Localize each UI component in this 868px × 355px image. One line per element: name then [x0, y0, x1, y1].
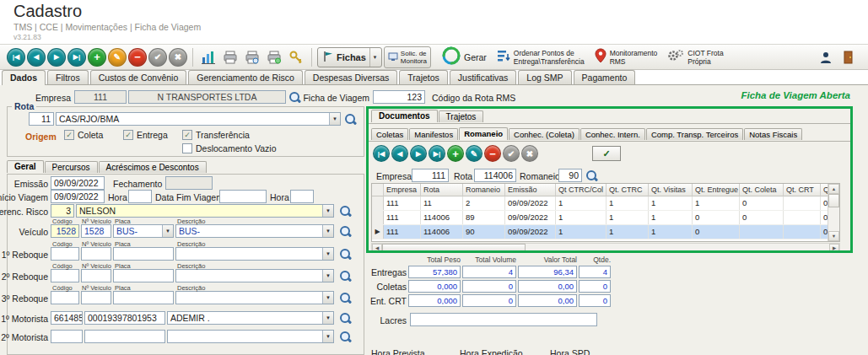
subtab-comp-transp-terceiros[interactable]: Comp. Transp. Terceiros: [646, 128, 743, 140]
reboque2-descricao-combo[interactable]: [175, 269, 334, 282]
grid-column-header[interactable]: Qt. Visitas: [649, 184, 693, 196]
doc-delete-button[interactable]: −: [484, 145, 501, 162]
doc-last-record-button[interactable]: ▶|: [429, 145, 445, 162]
motorista1-codigo-field[interactable]: 661485: [51, 311, 83, 325]
tab-log-smp[interactable]: Log SMP: [518, 70, 571, 84]
dropdown-icon[interactable]: [322, 225, 333, 237]
scroll-up-icon[interactable]: [828, 184, 839, 194]
scroll-thumb[interactable]: [828, 194, 839, 207]
tab-pagamento[interactable]: Pagamento: [574, 70, 636, 84]
tab-justificativas[interactable]: Justificativas: [450, 70, 517, 84]
emissao-field[interactable]: 09/09/2022: [51, 176, 105, 190]
delete-button[interactable]: −: [128, 48, 147, 67]
grid-column-header[interactable]: Rota: [421, 184, 463, 196]
tab-custos-convenio[interactable]: Custos de Convênio: [90, 70, 187, 84]
dropdown-icon[interactable]: [322, 292, 333, 304]
table-row[interactable]: ▶1111140069009/09/202211100: [372, 225, 840, 239]
doc-cancel-button[interactable]: ✖: [521, 145, 538, 162]
reboque2-search-icon[interactable]: [339, 270, 351, 282]
tab-despesas-diversas[interactable]: Despesas Diversas: [305, 70, 397, 84]
motorista2-combo[interactable]: [167, 330, 334, 343]
motorista1-doc-field[interactable]: 00019397801953: [84, 311, 165, 325]
dropdown-icon[interactable]: [322, 312, 333, 324]
subtab-conhec-intern[interactable]: Conhec. Intern.: [580, 128, 645, 140]
veiculo-descricao-combo[interactable]: BUS-: [175, 224, 334, 238]
reboque1-descricao-combo[interactable]: [175, 247, 334, 261]
subtab-manifestos[interactable]: Manifestos: [409, 128, 458, 140]
subtab-conhec-coleta[interactable]: Conhec. (Coleta): [509, 128, 580, 140]
tab-documentos[interactable]: Documentos: [371, 110, 438, 122]
table-row[interactable]: 1111140068909/09/2022111000: [372, 211, 840, 225]
doc-edit-button[interactable]: ✎: [466, 145, 483, 162]
rota-combo[interactable]: CAS/RJO/BMA: [56, 112, 341, 126]
edit-button[interactable]: ✎: [108, 48, 127, 67]
dropdown-icon[interactable]: [322, 205, 333, 217]
tab-geral[interactable]: Geral: [7, 160, 44, 173]
tab-percursos[interactable]: Percursos: [45, 161, 98, 173]
checkbox-deslocamento-vazio[interactable]: Deslocamento Vazio: [182, 143, 277, 153]
checkbox-entrega[interactable]: Entrega: [123, 130, 168, 140]
dropdown-icon[interactable]: [329, 113, 340, 125]
doc-add-button[interactable]: +: [447, 145, 464, 162]
ficha-viagem-field[interactable]: 123: [373, 90, 425, 104]
rota-search-icon[interactable]: [344, 113, 356, 125]
doc-first-record-button[interactable]: |◀: [373, 145, 390, 162]
motorista2-doc-field[interactable]: [84, 330, 165, 343]
subtab-notas-fiscais[interactable]: Notas Fiscais: [744, 128, 802, 140]
add-button[interactable]: +: [88, 48, 106, 67]
reboque3-search-icon[interactable]: [339, 292, 351, 304]
previous-record-button[interactable]: ◀: [27, 48, 46, 67]
exit-door-icon[interactable]: [838, 51, 861, 64]
confirm-button[interactable]: ✔: [148, 48, 167, 67]
checkbox-transferencia[interactable]: Transferência: [182, 130, 250, 140]
reboque3-placa-field[interactable]: [113, 291, 174, 304]
motorista1-combo[interactable]: ADEMIR .: [167, 311, 334, 325]
reboque2-placa-field[interactable]: [113, 269, 174, 282]
grid-column-header[interactable]: Emissão: [505, 184, 556, 196]
tab-dados[interactable]: Dados: [2, 70, 46, 85]
doc-previous-record-button[interactable]: ◀: [391, 145, 408, 162]
gerar-button[interactable]: Gerar: [438, 46, 491, 68]
print-settings-icon[interactable]: [264, 47, 284, 67]
users-icon[interactable]: [815, 51, 837, 64]
grid-column-header[interactable]: Qt. CRT: [784, 184, 821, 196]
gerenc-risco-search-icon[interactable]: [339, 205, 351, 217]
reboque1-codigo-field[interactable]: [51, 247, 79, 261]
ordenar-pontos-button[interactable]: Ordenar Pontos deEntrega\Transferência: [493, 49, 589, 66]
doc-next-record-button[interactable]: ▶: [410, 145, 427, 162]
veiculo-codigo-field[interactable]: 1528: [51, 224, 79, 238]
hora-inicio-field[interactable]: [128, 190, 152, 203]
grid-column-header[interactable]: Qt. Coleta: [740, 184, 784, 196]
cancel-button[interactable]: ✖: [169, 48, 187, 67]
reboque3-descricao-combo[interactable]: [175, 291, 334, 304]
veiculo-search-icon[interactable]: [339, 225, 351, 237]
scroll-thumb[interactable]: [382, 244, 526, 252]
tab-filtros[interactable]: Filtros: [47, 70, 89, 84]
reboque1-num-field[interactable]: [81, 247, 111, 261]
gerenc-risco-combo[interactable]: NELSON: [76, 204, 334, 218]
monitoramento-rms-button[interactable]: MonitoramentoRMS: [590, 48, 662, 67]
fichas-dropdown-icon[interactable]: [369, 48, 380, 67]
tab-trajetos[interactable]: Trajetos: [399, 70, 448, 84]
grid-column-header[interactable]: Romaneio: [463, 184, 505, 196]
horizontal-scrollbar[interactable]: [371, 243, 840, 253]
dropdown-icon[interactable]: [322, 331, 333, 342]
solic-monitora-button[interactable]: Solic. deMonitora: [384, 46, 431, 68]
tab-acrescimos-descontos[interactable]: Acréscimos e Descontos: [99, 161, 207, 173]
ciot-button[interactable]: CIOT FrotaPrópria: [663, 49, 727, 66]
reboque1-placa-field[interactable]: [113, 247, 174, 261]
first-record-button[interactable]: |◀: [7, 48, 25, 67]
print-preview-icon[interactable]: [242, 47, 262, 67]
reboque3-codigo-field[interactable]: [51, 291, 79, 304]
doc-confirm-button[interactable]: ✔: [503, 145, 520, 162]
dropdown-icon[interactable]: [322, 248, 333, 260]
scroll-right-icon[interactable]: [829, 244, 839, 252]
next-record-button[interactable]: ▶: [47, 48, 66, 67]
key-icon[interactable]: [286, 47, 306, 67]
grid-column-header[interactable]: Empresa: [384, 184, 421, 196]
doc-romaneio-field[interactable]: 90: [558, 169, 582, 182]
data-fim-field[interactable]: [219, 190, 267, 203]
gerenc-risco-code-field[interactable]: 3: [51, 204, 74, 218]
tab-gerenciamento-risco[interactable]: Gerenciamento de Risco: [188, 70, 303, 84]
print-icon[interactable]: [220, 47, 240, 67]
